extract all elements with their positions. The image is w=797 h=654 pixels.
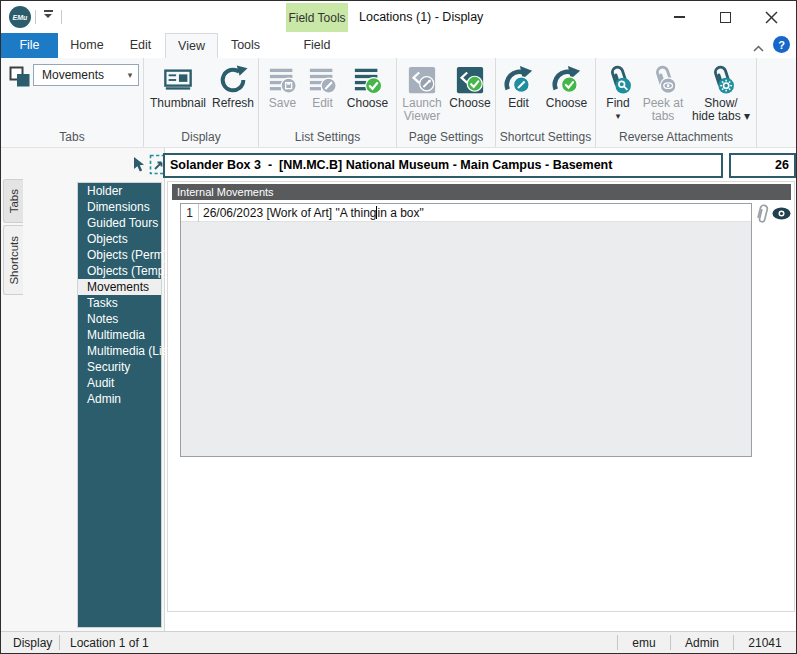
tab-select-combobox[interactable]: Movements ▾: [33, 64, 139, 86]
sidebar-item-objects[interactable]: Objects: [78, 231, 161, 247]
sidebar-item-objects-perm[interactable]: Objects (Perm): [78, 247, 161, 263]
maximize-icon: [720, 12, 731, 23]
sidebar-item-notes[interactable]: Notes: [78, 311, 161, 327]
find-dropdown-caret-icon: ▾: [616, 110, 621, 123]
group-label-page-settings: Page Settings: [397, 130, 495, 144]
view-eye-icon[interactable]: [772, 207, 791, 220]
movement-summary-cell[interactable]: 26/06/2023 [Work of Art] "A thingin a bo…: [199, 206, 424, 220]
find-label: Find: [606, 97, 629, 110]
find-attachment-icon: [603, 65, 633, 95]
minimize-button[interactable]: [656, 2, 702, 32]
peek-at-tabs-button[interactable]: Peek at tabs: [638, 61, 688, 123]
sidebar-item-multimedia[interactable]: Multimedia: [78, 327, 161, 343]
show-hide-label-line2: hide tabs ▾: [692, 110, 750, 123]
thumbnail-button[interactable]: Thumbnail: [146, 61, 210, 110]
sidebar-item-dimensions[interactable]: Dimensions: [78, 199, 161, 215]
vertical-tab-shortcuts-label: Shortcuts: [8, 236, 20, 285]
titlebar-separator: [35, 10, 36, 24]
thumbnail-label: Thumbnail: [150, 97, 206, 110]
find-button[interactable]: Find ▾: [598, 61, 638, 123]
status-mode: Display: [1, 636, 59, 650]
ribbon-group-list-settings: Save Edit Choose: [259, 58, 397, 147]
tab-edit[interactable]: Edit: [116, 33, 165, 58]
sidebar-item-admin[interactable]: Admin: [78, 391, 161, 407]
close-button[interactable]: [748, 2, 794, 32]
maximize-button[interactable]: [702, 2, 748, 32]
sidebar-item-multimedia-list[interactable]: Multimedia (List): [78, 343, 161, 359]
page-choose-button[interactable]: Choose: [446, 61, 494, 123]
ribbon-tab-row: File Home Edit View Tools Field ?: [1, 33, 796, 58]
ribbon-group-display: Thumbnail Refresh Display: [144, 58, 259, 147]
record-body: Tabs Shortcuts Holder Dimensions Guided …: [1, 148, 796, 631]
list-save-label: Save: [269, 97, 296, 110]
contextual-tab-group-label: Field Tools: [286, 3, 348, 32]
pointer-tool-icon[interactable]: [132, 156, 147, 173]
sidebar-item-tasks[interactable]: Tasks: [78, 295, 161, 311]
list-save-button[interactable]: Save: [263, 61, 303, 110]
sidebar-item-movements[interactable]: Movements: [78, 279, 161, 295]
group-label-display: Display: [144, 130, 258, 144]
refresh-icon: [218, 65, 248, 95]
tab-navigation-list: Holder Dimensions Guided Tours Objects O…: [77, 182, 162, 628]
title-bar: EMu Field Tools Locations (1) - Display: [1, 1, 796, 33]
list-choose-button[interactable]: Choose: [343, 61, 393, 110]
sidebar-vertical-tab-shortcuts[interactable]: Shortcuts: [3, 225, 23, 295]
choose-page-icon: [455, 65, 485, 95]
ribbon-group-tabs: Movements ▾ Tabs: [1, 58, 144, 147]
sidebar-item-objects-temp[interactable]: Objects (Temp): [78, 263, 161, 279]
internal-movements-grid[interactable]: 1 26/06/2023 [Work of Art] "A thingin a …: [180, 203, 752, 457]
tab-file[interactable]: File: [1, 33, 58, 58]
help-button[interactable]: ?: [773, 36, 790, 53]
quick-access-dropdown-icon[interactable]: [41, 10, 55, 24]
ribbon-group-reverse-attachments: Find ▾ Peek at tabs: [596, 58, 757, 147]
titlebar-separator: [61, 10, 62, 24]
launch-viewer-icon: [407, 65, 437, 95]
tab-home[interactable]: Home: [58, 33, 116, 58]
vertical-tab-tabs-label: Tabs: [8, 189, 20, 213]
shortcut-edit-label: Edit: [508, 97, 529, 110]
launch-viewer-button[interactable]: Launch Viewer: [398, 61, 446, 123]
tab-tools[interactable]: Tools: [218, 33, 273, 58]
status-user: Admin: [671, 636, 733, 650]
save-list-icon: [268, 65, 298, 95]
group-label-list-settings: List Settings: [259, 130, 396, 144]
refresh-button[interactable]: Refresh: [210, 61, 256, 110]
edit-shortcut-icon: [504, 65, 534, 95]
list-choose-label: Choose: [347, 97, 388, 110]
collapse-ribbon-button[interactable]: [753, 41, 764, 55]
section-header-internal-movements: Internal Movements: [172, 184, 791, 200]
ribbon-group-shortcut-settings: Edit Choose Shortcut Settings: [496, 58, 596, 147]
movement-text-before: 26/06/2023 [Work of Art] "A thing: [203, 206, 376, 220]
sidebar-vertical-tab-tabs[interactable]: Tabs: [3, 179, 23, 223]
tab-view[interactable]: View: [165, 33, 218, 58]
launch-viewer-label-line2: Viewer: [404, 110, 440, 123]
tabs-stack-icon: [8, 65, 32, 89]
movement-row[interactable]: 1 26/06/2023 [Work of Art] "A thingin a …: [181, 204, 751, 222]
shortcut-edit-button[interactable]: Edit: [498, 61, 540, 110]
location-summary-field: Solander Box 3 - [NM.MC.B] National Muse…: [163, 153, 723, 178]
sidebar-item-security[interactable]: Security: [78, 359, 161, 375]
list-edit-button[interactable]: Edit: [303, 61, 343, 110]
thumbnail-icon: [163, 65, 193, 95]
peek-attachment-icon: [648, 65, 678, 95]
chevron-up-icon: [753, 45, 764, 52]
ribbon-group-page-settings: Launch Viewer Choose Page Settings: [397, 58, 496, 147]
sidebar-item-audit[interactable]: Audit: [78, 375, 161, 391]
shortcut-choose-button[interactable]: Choose: [540, 61, 594, 110]
movements-content-panel: Internal Movements 1 26/06/2023 [Work of…: [167, 181, 795, 612]
group-label-shortcut-settings: Shortcut Settings: [496, 130, 595, 144]
status-bar: Display Location 1 of 1 emu Admin 21041: [1, 631, 796, 653]
sidebar-item-holder[interactable]: Holder: [78, 183, 161, 199]
attachment-paperclip-icon[interactable]: [754, 203, 770, 225]
close-icon: [765, 11, 778, 24]
show-hide-attachment-icon: [706, 65, 736, 95]
minimize-icon: [674, 16, 685, 18]
movement-text-after: in a box": [377, 206, 423, 220]
window-title: Locations (1) - Display: [359, 1, 483, 33]
show-hide-tabs-button[interactable]: Show/ hide tabs ▾: [688, 61, 754, 123]
sidebar-item-guided-tours[interactable]: Guided Tours: [78, 215, 161, 231]
tab-field[interactable]: Field: [286, 33, 348, 58]
status-record-position: Location 1 of 1: [60, 636, 159, 650]
combobox-value: Movements: [34, 68, 122, 82]
choose-shortcut-icon: [552, 65, 582, 95]
